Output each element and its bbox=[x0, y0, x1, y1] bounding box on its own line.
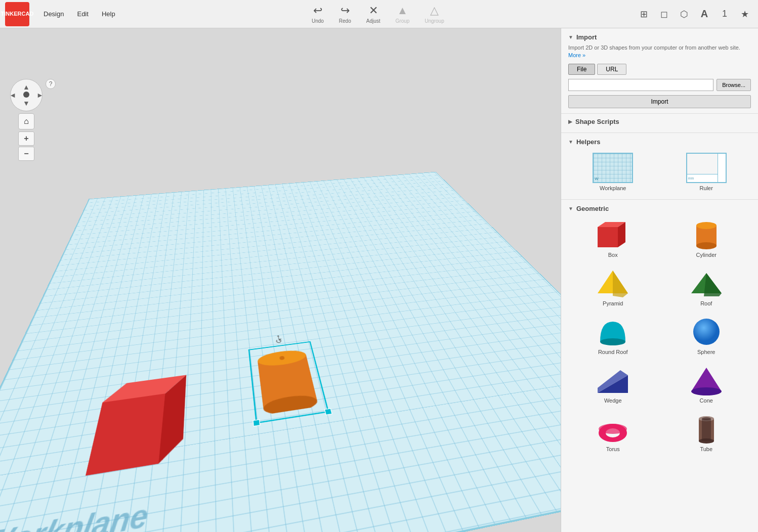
ungroup-label: Ungroup bbox=[425, 18, 444, 24]
svg-marker-16 bbox=[704, 273, 722, 296]
app-logo[interactable]: TINKERCAD bbox=[5, 2, 29, 26]
toolbar-center: ↩ Undo ↪ Redo ✕ Adjust ▲ Group △ Ungroup bbox=[125, 4, 630, 24]
browse-button[interactable]: Browse... bbox=[717, 79, 751, 91]
group-button[interactable]: ▲ Group bbox=[396, 4, 410, 24]
redo-icon: ↪ bbox=[341, 4, 350, 17]
resize-handle-br[interactable] bbox=[324, 408, 332, 415]
tube-label: Tube bbox=[700, 446, 712, 452]
menu-edit[interactable]: Edit bbox=[72, 8, 93, 20]
sphere-shape-item[interactable]: Sphere bbox=[662, 314, 751, 358]
ungroup-icon: △ bbox=[430, 4, 439, 17]
svg-point-25 bbox=[599, 424, 627, 434]
group-label: Group bbox=[396, 18, 410, 24]
svg-point-11 bbox=[696, 222, 717, 229]
geometric-collapse-icon: ▼ bbox=[568, 206, 573, 211]
import-button[interactable]: Import bbox=[568, 95, 751, 108]
import-tabs: File URL bbox=[568, 64, 751, 75]
resize-handle-bl[interactable] bbox=[252, 419, 260, 427]
helpers-header[interactable]: ▼ Helpers bbox=[568, 138, 751, 146]
import-more-link[interactable]: More » bbox=[568, 52, 585, 58]
wedge-shape-item[interactable]: Wedge bbox=[568, 362, 658, 407]
helpers-grid: W Workplane mm Ruler bbox=[568, 150, 751, 194]
redo-button[interactable]: ↪ Redo bbox=[339, 4, 351, 24]
pyramid-shape-item[interactable]: Pyramid bbox=[568, 265, 658, 309]
box-thumbnail bbox=[593, 219, 633, 250]
svg-point-22 bbox=[691, 387, 722, 395]
star-icon[interactable]: ★ bbox=[737, 6, 753, 22]
adjust-button[interactable]: ✕ Adjust bbox=[366, 4, 381, 24]
zoom-controls: + − bbox=[18, 131, 34, 161]
text-icon[interactable]: A bbox=[696, 6, 712, 22]
import-file-input[interactable] bbox=[568, 79, 713, 91]
group-icon: ▲ bbox=[397, 4, 408, 17]
pyramid-thumbnail bbox=[593, 268, 633, 298]
workplane-shape-item[interactable]: W Workplane bbox=[568, 150, 658, 194]
wedge-label: Wedge bbox=[604, 397, 622, 404]
redo-label: Redo bbox=[339, 18, 351, 24]
number-icon[interactable]: 1 bbox=[717, 6, 733, 22]
sphere-thumbnail bbox=[686, 317, 727, 347]
toolbar-right: ⊞ ◻ ⬡ A 1 ★ bbox=[636, 6, 753, 22]
tab-file[interactable]: File bbox=[568, 64, 595, 75]
workplane-surface: Workplane ↺ bbox=[0, 172, 561, 532]
home-view-button[interactable]: ⌂ bbox=[18, 113, 34, 129]
sphere-label: Sphere bbox=[697, 349, 715, 355]
geometric-title: Geometric bbox=[576, 205, 609, 212]
roof-shape-item[interactable]: Roof bbox=[662, 265, 751, 309]
geometric-grid: Box Cylinder bbox=[568, 216, 751, 455]
home-icon: ⌂ bbox=[24, 117, 29, 126]
tube-thumbnail bbox=[686, 414, 727, 444]
import-section-header[interactable]: ▼ Import bbox=[568, 33, 751, 41]
adjust-icon: ✕ bbox=[369, 4, 378, 17]
pyramid-label: Pyramid bbox=[603, 300, 623, 306]
3d-box-icon[interactable]: ◻ bbox=[656, 6, 672, 22]
tab-url[interactable]: URL bbox=[597, 64, 626, 75]
svg-marker-7 bbox=[598, 227, 618, 247]
geometric-header[interactable]: ▼ Geometric bbox=[568, 205, 751, 212]
helpers-collapse-icon: ▼ bbox=[568, 139, 573, 145]
ungroup-button[interactable]: △ Ungroup bbox=[425, 4, 444, 24]
svg-point-30 bbox=[702, 417, 711, 420]
3d-globe-icon[interactable]: ⬡ bbox=[676, 6, 692, 22]
zoom-out-button[interactable]: − bbox=[18, 147, 34, 161]
shape-scripts-header[interactable]: ▶ Shape Scripts bbox=[568, 118, 751, 125]
compass-control[interactable]: ▲ ◄ ► ▼ bbox=[10, 79, 43, 111]
svg-point-12 bbox=[696, 242, 717, 249]
svg-rect-29 bbox=[702, 419, 711, 441]
cone-label: Cone bbox=[700, 397, 713, 404]
helpers-title: Helpers bbox=[576, 138, 601, 146]
cone-thumbnail bbox=[686, 365, 727, 395]
shape-scripts-section: ▶ Shape Scripts bbox=[561, 114, 758, 133]
menu-design[interactable]: Design bbox=[38, 8, 69, 20]
box-shape-item[interactable]: Box bbox=[568, 216, 658, 261]
tube-shape-item[interactable]: Tube bbox=[662, 411, 751, 455]
svg-point-18 bbox=[693, 319, 720, 345]
roof-label: Roof bbox=[700, 300, 712, 306]
shape-scripts-expand-icon: ▶ bbox=[568, 119, 572, 124]
import-collapse-icon: ▼ bbox=[568, 34, 573, 40]
torus-shape-item[interactable]: Torus bbox=[568, 411, 658, 455]
undo-icon: ↩ bbox=[313, 4, 322, 17]
viewport[interactable]: ▲ ◄ ► ▼ ⌂ + − ? bbox=[0, 28, 561, 532]
grid-view-icon[interactable]: ⊞ bbox=[636, 6, 652, 22]
cone-shape-item[interactable]: Cone bbox=[662, 362, 751, 407]
undo-button[interactable]: ↩ Undo bbox=[312, 4, 324, 24]
round-roof-shape-item[interactable]: Round Roof bbox=[568, 314, 658, 358]
import-description: Import 2D or 3D shapes from your compute… bbox=[568, 44, 751, 60]
round-roof-thumbnail bbox=[593, 317, 633, 347]
menu-bar: Design Edit Help bbox=[38, 8, 120, 20]
ruler-shape-item[interactable]: mm Ruler bbox=[662, 150, 751, 194]
svg-point-17 bbox=[600, 338, 625, 345]
round-roof-label: Round Roof bbox=[598, 349, 628, 355]
roof-thumbnail bbox=[686, 268, 727, 298]
menu-help[interactable]: Help bbox=[97, 8, 120, 20]
cylinder-shape-item[interactable]: Cylinder bbox=[662, 216, 751, 261]
shape-scripts-title: Shape Scripts bbox=[575, 118, 619, 125]
workplane-3d-container: Workplane ↺ bbox=[51, 54, 551, 522]
import-section: ▼ Import Import 2D or 3D shapes from you… bbox=[561, 28, 758, 114]
zoom-in-button[interactable]: + bbox=[18, 131, 34, 146]
torus-label: Torus bbox=[606, 446, 620, 452]
topbar: TINKERCAD Design Edit Help ↩ Undo ↪ Redo… bbox=[0, 0, 758, 28]
geometric-section: ▼ Geometric Box bbox=[561, 200, 758, 460]
cylinder-label: Cylinder bbox=[696, 252, 717, 258]
